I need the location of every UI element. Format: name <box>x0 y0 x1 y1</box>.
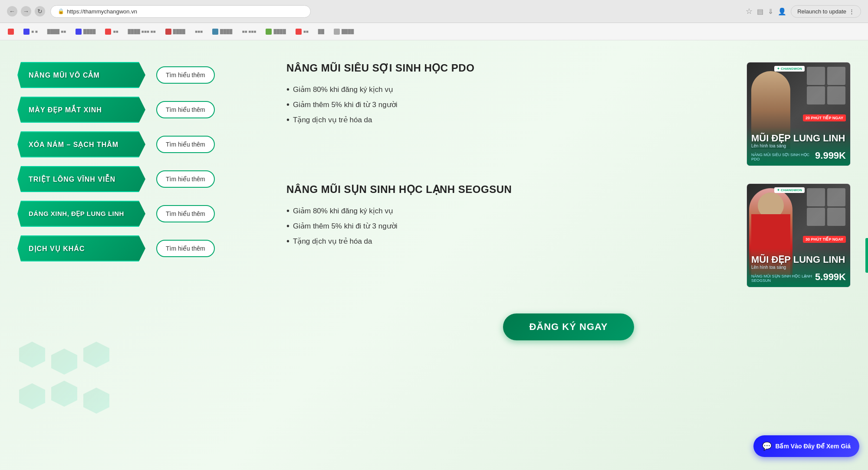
service-info-pdo: NÂNG MŨI SIÊU SỢI SINH HỌC PDO Giảm 80% … <box>286 62 733 125</box>
service-btn-label-triet-long[interactable]: TRIỆT LÔNG VĨNH VIỄN <box>17 166 152 192</box>
promo-title2-2: LUNG LINH <box>793 254 845 265</box>
promo-price-1: 9.999K <box>815 150 846 161</box>
bookmark-9[interactable]: ████ <box>209 27 236 36</box>
more-btn-5[interactable]: Tìm hiểu thêm <box>156 205 215 222</box>
service-btn-label-may-dep[interactable]: MÀY ĐẸP MẮT XINH <box>17 97 152 123</box>
back-button[interactable]: ← <box>7 6 17 16</box>
page-content: NÂNG MŨI VÔ CẢM Tìm hiểu thêm MÀY ĐẸP MẮ… <box>0 40 868 470</box>
address-bar[interactable]: 🔒 https://thammychangwon.vn <box>50 5 311 18</box>
service-btn-xoa-nam[interactable]: XÓA NÁM – SẠCH THÂM Tìm hiểu thêm <box>17 131 252 157</box>
more-btn-6[interactable]: Tìm hiểu thêm <box>156 240 215 257</box>
feature-pdo-3: Tặng dịch vụ trẻ hóa da <box>286 115 733 125</box>
bg-decoration <box>17 340 104 427</box>
changwon-logo-2: ✦ CHANGWON <box>774 187 805 193</box>
feature-seogsun-1: Giảm 80% khi đăng ký kịch vụ <box>286 206 733 216</box>
bookmark-12[interactable]: ■■ <box>292 27 312 36</box>
feature-pdo-2: Giảm thêm 5% khi đi từ 3 người <box>286 100 733 110</box>
right-accent <box>865 238 868 273</box>
promo-image-pdo: ✦ CHANGWON 20 PHÚT TIẾP NGAY MŨI ĐẸP LUN… <box>746 62 851 166</box>
bookmark-13[interactable]: ██ <box>315 27 328 36</box>
bookmark-14[interactable]: ████ <box>330 27 357 36</box>
bookmark-4[interactable]: ████ <box>72 27 99 36</box>
service-btn-nang-mui-vo-cam[interactable]: NÂNG MŨI VÔ CẢM Tìm hiểu thêm <box>17 62 252 88</box>
more-btn-1[interactable]: Tìm hiểu thêm <box>156 66 215 84</box>
service-btn-may-dep[interactable]: MÀY ĐẸP MẮT XINH Tìm hiểu thêm <box>17 97 252 123</box>
bottom-section: ĐĂNG KÝ NGAY <box>286 305 851 353</box>
btn-label-5: DÁNG XINH, ĐẸP LUNG LINH <box>29 210 124 218</box>
btn-label-3: XÓA NÁM – SẠCH THÂM <box>29 140 118 149</box>
promo-subtitle-1: Lên hình toa sáng <box>751 144 786 148</box>
browser-chrome: ← → ↻ 🔒 https://thammychangwon.vn ☆ ▤ ⇓ … <box>0 0 868 23</box>
menu-icon: ⋮ <box>849 8 855 15</box>
chat-icon: 💬 <box>762 441 772 451</box>
bookmark-8[interactable]: ■■■ <box>191 27 206 36</box>
btn-label-6: DỊCH VỤ KHÁC <box>29 245 85 253</box>
service-btn-label-dich-vu[interactable]: DỊCH VỤ KHÁC <box>17 235 152 261</box>
promo-title2-1: LUNG LINH <box>793 133 845 144</box>
nav-buttons: ← → ↻ <box>7 6 45 16</box>
promo-service-2: NÂNG MŨI SỤN SINH HỌC LẠNH SEOGSUN <box>751 274 812 283</box>
relaunch-label: Relaunch to update <box>797 8 846 15</box>
service-btn-label-nang-mui[interactable]: NÂNG MŨI VÔ CẢM <box>17 62 152 88</box>
service-btn-dang-xinh[interactable]: DÁNG XINH, ĐẸP LUNG LINH Tìm hiểu thêm <box>17 201 252 227</box>
bookmark-5[interactable]: ■■ <box>102 27 122 36</box>
download-icon[interactable]: ⇓ <box>768 7 773 16</box>
profile-icon[interactable]: 👤 <box>778 7 786 16</box>
service-btn-label-dang-xinh[interactable]: DÁNG XINH, ĐẸP LUNG LINH <box>17 201 152 227</box>
bookmarks-bar: ■ ■ ████ ■■ ████ ■■ ████ ■■■ ■■ ████ ■■■… <box>0 23 868 40</box>
feature-pdo-1: Giảm 80% khi đăng ký kịch vụ <box>286 85 733 95</box>
bookmark-2[interactable]: ■ ■ <box>20 27 41 36</box>
bookmark-10[interactable]: ■■ ■■■ <box>238 27 260 36</box>
btn-label-1: NÂNG MŨI VÔ CẢM <box>29 71 100 79</box>
url-text: https://thammychangwon.vn <box>67 8 137 15</box>
feature-seogsun-2: Giảm thêm 5% khi đi từ 3 người <box>286 221 733 231</box>
promo-subtitle-2: Lên hình toa sáng <box>751 265 786 270</box>
service-section-seogsun: NÂNG MŨI SỤN SINH HỌC LẠNH SEOGSUN Giảm … <box>286 183 851 287</box>
star-icon[interactable]: ☆ <box>746 7 753 16</box>
service-info-seogsun: NÂNG MŨI SỤN SINH HỌC LẠNH SEOGSUN Giảm … <box>286 183 733 246</box>
service-btn-dich-vu-khac[interactable]: DỊCH VỤ KHÁC Tìm hiểu thêm <box>17 235 252 261</box>
register-button[interactable]: ĐĂNG KÝ NGAY <box>503 313 634 340</box>
service-features-pdo: Giảm 80% khi đăng ký kịch vụ Giảm thêm 5… <box>286 85 733 125</box>
reload-button[interactable]: ↻ <box>35 6 45 16</box>
service-title-pdo: NÂNG MŨI SIÊU SỢI SINH HỌC PDO <box>286 62 733 74</box>
bookmark-3[interactable]: ████ ■■ <box>44 27 69 36</box>
forward-button[interactable]: → <box>21 6 31 16</box>
service-features-seogsun: Giảm 80% khi đăng ký kịch vụ Giảm thêm 5… <box>286 206 733 246</box>
chat-button[interactable]: 💬 Bấm Vào Đây Để Xem Giá <box>753 435 859 457</box>
browser-actions: ☆ ▤ ⇓ 👤 Relaunch to update ⋮ <box>746 5 861 18</box>
promo-badge-2: 30 PHÚT TIẾP NGAY <box>803 236 846 243</box>
service-section-pdo: NÂNG MŨI SIÊU SỢI SINH HỌC PDO Giảm 80% … <box>286 62 851 166</box>
promo-title1-1: MŨI ĐẸP <box>751 133 791 144</box>
chat-label: Bấm Vào Đây Để Xem Giá <box>775 443 851 450</box>
promo-title1-2: MŨI ĐẸP <box>751 254 791 265</box>
more-btn-3[interactable]: Tìm hiểu thêm <box>156 136 215 153</box>
more-btn-2[interactable]: Tìm hiểu thêm <box>156 101 215 118</box>
promo-service-1: NÂNG MŨI SIÊU SỢI SINH HỌC PDO <box>751 153 809 161</box>
service-btn-label-xoa-nam[interactable]: XÓA NÁM – SẠCH THÂM <box>17 131 152 157</box>
promo-image-seogsun: ✦ CHANGWON 30 PHÚT TIẾP NGAY MŨI ĐẸP LUN… <box>746 183 851 287</box>
feature-seogsun-3: Tặng dịch vụ trẻ hóa da <box>286 236 733 246</box>
promo-badge-1: 20 PHÚT TIẾP NGAY <box>803 114 846 121</box>
relaunch-button[interactable]: Relaunch to update ⋮ <box>791 5 861 18</box>
service-title-seogsun: NÂNG MŨI SỤN SINH HỌC LẠNH SEOGSUN <box>286 183 733 196</box>
bookmark-6[interactable]: ████ ■■■ ■■ <box>125 27 159 36</box>
service-btn-triet-long[interactable]: TRIỆT LÔNG VĨNH VIỄN Tìm hiểu thêm <box>17 166 252 192</box>
bookmark-7[interactable]: ████ <box>162 27 189 36</box>
btn-label-4: TRIỆT LÔNG VĨNH VIỄN <box>29 175 115 183</box>
bookmark-1[interactable] <box>4 27 17 36</box>
promo-price-2: 5.999K <box>815 271 846 282</box>
main-content: NÂNG MŨI SIÊU SỢI SINH HỌC PDO Giảm 80% … <box>269 53 868 457</box>
bookmark-11[interactable]: ████ <box>262 27 289 36</box>
changwon-logo-1: ✦ CHANGWON <box>774 66 805 72</box>
lock-icon: 🔒 <box>58 8 64 14</box>
cast-icon[interactable]: ▤ <box>757 7 763 16</box>
more-btn-4[interactable]: Tìm hiểu thêm <box>156 170 215 188</box>
btn-label-2: MÀY ĐẸP MẮT XINH <box>29 106 102 114</box>
